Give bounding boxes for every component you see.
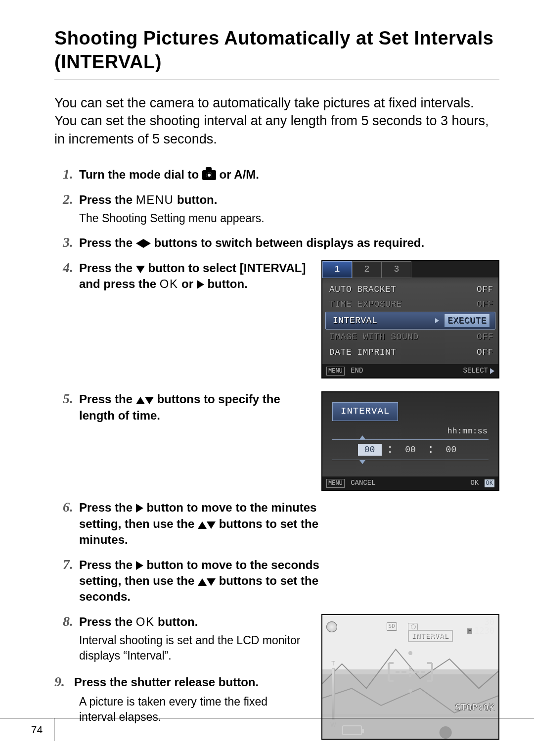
step-1-text-b: or A/M. bbox=[220, 168, 259, 181]
page-footer: 74 bbox=[0, 718, 534, 741]
svg-point-1 bbox=[409, 690, 411, 692]
right-arrow-icon bbox=[197, 280, 204, 289]
right-arrow-icon bbox=[490, 368, 494, 374]
frame-counter: 1230 bbox=[474, 626, 494, 636]
right-arrow-icon bbox=[136, 561, 143, 570]
right-arrow-icon bbox=[435, 318, 439, 323]
step-number: 1. bbox=[54, 165, 73, 184]
ok-label: OK bbox=[136, 615, 155, 628]
step-number: 4. bbox=[54, 258, 73, 277]
interval-time-bar[interactable]: 00 : 00 : 00 bbox=[332, 439, 489, 460]
interval-hours[interactable]: 00 bbox=[358, 444, 382, 456]
menu-tab-2[interactable]: 2 bbox=[352, 261, 382, 278]
step-number: 2. bbox=[54, 190, 73, 209]
menu-tab-1[interactable]: 1 bbox=[322, 261, 352, 278]
menu-row-auto-bracket[interactable]: AUTO BRACKET OFF bbox=[322, 282, 498, 297]
interval-format-hint: hh:mm:ss bbox=[322, 426, 498, 437]
step-3-text-a: Press the bbox=[79, 236, 136, 249]
ok-label: OK bbox=[160, 277, 178, 290]
menu-row-label: IMAGE WITH SOUND bbox=[329, 331, 477, 343]
step-8-sub: Interval shooting is set and the LCD mon… bbox=[79, 633, 307, 663]
step-7: 7. Press the button to move to the secon… bbox=[54, 557, 499, 605]
menu-row-image-with-sound[interactable]: IMAGE WITH SOUND OFF bbox=[322, 330, 498, 344]
step-4-text-c: or bbox=[181, 277, 197, 290]
step-1-text-a: Turn the mode dial to bbox=[79, 168, 202, 181]
title-rule bbox=[54, 80, 499, 80]
menu-row-label: AUTO BRACKET bbox=[329, 284, 477, 295]
step-number: 5. bbox=[54, 389, 73, 408]
right-arrow-icon bbox=[143, 239, 151, 248]
step-number: 8. bbox=[54, 612, 73, 631]
menu-select-label: SELECT bbox=[463, 366, 488, 376]
step-number: 3. bbox=[54, 233, 73, 252]
menu-row-value: OFF bbox=[477, 298, 493, 310]
menu-badge: MENU bbox=[326, 367, 345, 376]
up-arrow-icon bbox=[136, 397, 145, 404]
down-arrow-icon bbox=[136, 266, 145, 273]
cancel-label: CANCEL bbox=[351, 479, 375, 487]
step-3-text-b: buttons to switch between displays as re… bbox=[154, 236, 424, 249]
lcd-shooting-menu: 1 2 3 AUTO BRACKET OFF TIME EXPOSURE bbox=[321, 260, 499, 379]
intro-paragraph-1: You can set the camera to automatically … bbox=[54, 94, 499, 112]
step-2: 2. Press the MENU button. The Shooting S… bbox=[54, 192, 499, 226]
sd-card-icon: SD bbox=[387, 622, 397, 631]
menu-tab-3[interactable]: 3 bbox=[382, 261, 411, 278]
menu-row-label: TIME EXPOSURE bbox=[329, 298, 477, 310]
step-number: 9. bbox=[54, 672, 65, 691]
menu-row-date-imprint[interactable]: DATE IMPRINT OFF bbox=[322, 345, 498, 360]
step-2-text-a: Press the bbox=[79, 193, 136, 206]
menu-row-label: DATE IMPRINT bbox=[329, 346, 477, 358]
right-arrow-icon bbox=[136, 504, 143, 513]
step-2-text-b: button. bbox=[177, 193, 217, 206]
interval-minutes[interactable]: 00 bbox=[399, 444, 422, 456]
frame-prefix-badge: F bbox=[467, 628, 472, 634]
step-number: 6. bbox=[54, 498, 73, 517]
menu-row-value: OFF bbox=[477, 284, 493, 295]
camera-icon bbox=[202, 170, 216, 180]
step-5: 5. Press the buttons to specify the leng… bbox=[54, 391, 499, 491]
menu-row-value: OFF bbox=[477, 331, 493, 343]
menu-row-interval[interactable]: INTERVAL EXECUTE bbox=[325, 312, 495, 330]
step-5-text-a: Press the bbox=[79, 392, 136, 406]
intro-block: You can set the camera to automatically … bbox=[54, 94, 499, 148]
step-6: 6. Press the button to move to the minut… bbox=[54, 500, 499, 548]
step-1: 1. Turn the mode dial to or A/M. bbox=[54, 167, 499, 183]
menu-row-label: INTERVAL bbox=[333, 315, 433, 327]
step-3: 3. Press the buttons to switch between d… bbox=[54, 235, 499, 251]
step-8-text-a: Press the bbox=[79, 615, 136, 628]
left-arrow-icon bbox=[136, 239, 143, 248]
menu-row-value: OFF bbox=[477, 346, 493, 358]
down-arrow-icon bbox=[207, 521, 216, 529]
antishake-icon bbox=[326, 621, 337, 632]
interval-title: INTERVAL bbox=[332, 402, 398, 421]
up-arrow-icon bbox=[359, 435, 365, 439]
interval-seconds[interactable]: 00 bbox=[439, 444, 463, 456]
down-arrow-icon bbox=[145, 397, 154, 404]
menu-badge: MENU bbox=[326, 479, 345, 488]
step-8-text-b: button. bbox=[158, 615, 198, 628]
page-number: 74 bbox=[20, 718, 54, 741]
zoom-tele-label: T bbox=[331, 660, 335, 667]
step-9-text-a: Press the shutter release button. bbox=[74, 675, 259, 689]
menu-row-value: EXECUTE bbox=[444, 314, 490, 328]
stop-ok-label: STOP:OK bbox=[455, 702, 494, 713]
lcd-interval-setter: INTERVAL hh:mm:ss 00 : 00 : 00 bbox=[321, 391, 499, 491]
ok-label: OK bbox=[470, 479, 479, 487]
step-6-text-a: Press the bbox=[79, 501, 136, 514]
svg-point-0 bbox=[409, 652, 411, 654]
interval-indicator: INTERVAL bbox=[408, 630, 453, 642]
down-arrow-icon bbox=[359, 460, 365, 464]
menu-label: MENU bbox=[136, 193, 174, 206]
up-arrow-icon bbox=[198, 578, 207, 586]
up-arrow-icon bbox=[198, 521, 207, 529]
intro-paragraph-2: You can set the shooting interval at any… bbox=[54, 112, 499, 148]
menu-row-time-exposure[interactable]: TIME EXPOSURE OFF bbox=[322, 297, 498, 312]
step-number: 7. bbox=[54, 555, 73, 574]
ok-badge: OK bbox=[485, 479, 494, 487]
down-arrow-icon bbox=[207, 578, 216, 586]
step-4-text-d: button. bbox=[207, 277, 247, 290]
page-title: Shooting Pictures Automatically at Set I… bbox=[54, 27, 499, 74]
step-7-text-a: Press the bbox=[79, 558, 136, 571]
step-4: 4. Press the button to select [INTERVAL]… bbox=[54, 260, 499, 379]
menu-end-label: END bbox=[351, 367, 363, 375]
